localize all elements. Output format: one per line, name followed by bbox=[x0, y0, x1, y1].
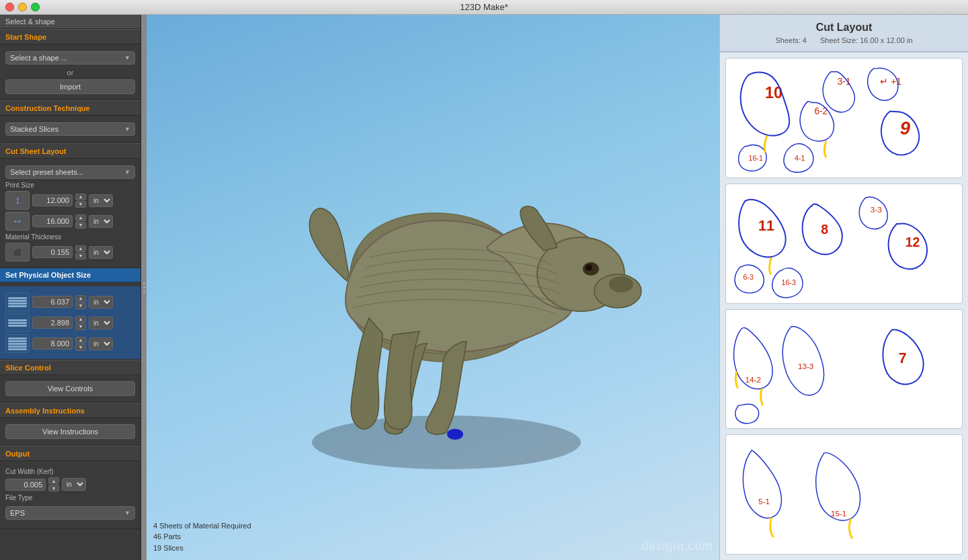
assembly-instructions-title: Assembly Instructions bbox=[0, 403, 140, 418]
svg-text:8: 8 bbox=[821, 221, 828, 236]
svg-text:4-1: 4-1 bbox=[795, 154, 805, 162]
sheet-card-4[interactable]: 5-1 15-1 bbox=[725, 434, 963, 555]
cut-width-down-btn[interactable]: ▼ bbox=[48, 485, 59, 491]
svg-text:3-3: 3-3 bbox=[871, 205, 882, 214]
close-button[interactable] bbox=[5, 3, 14, 11]
technique-dropdown[interactable]: Stacked Slices ▼ bbox=[5, 122, 135, 136]
dim2-input[interactable] bbox=[32, 317, 73, 329]
dim1-unit-select[interactable]: in cm bbox=[89, 296, 113, 309]
dim3-down-btn[interactable]: ▼ bbox=[75, 344, 86, 351]
svg-text:3-1: 3-1 bbox=[838, 77, 851, 87]
dim1-stepper[interactable]: ▲ ▼ bbox=[75, 295, 86, 309]
sidebar: Select & shape Start Shape Select a shap… bbox=[0, 15, 141, 560]
sheets-container[interactable]: 10 3-1 ↵ +1 6-2 9 16-1 4-1 bbox=[720, 52, 968, 560]
preset-dropdown-arrow-icon: ▼ bbox=[124, 169, 130, 175]
cut-width-unit-select[interactable]: in cm bbox=[62, 478, 86, 491]
slice-control-section: View Controls bbox=[0, 375, 140, 403]
svg-text:10: 10 bbox=[765, 84, 782, 102]
height-unit-select[interactable]: in cm bbox=[89, 194, 113, 207]
svg-point-12 bbox=[609, 276, 633, 292]
cut-width-label: Cut Width (Kerf) bbox=[5, 468, 135, 475]
select-shape-bar: Select & shape bbox=[0, 15, 140, 29]
svg-text:5-1: 5-1 bbox=[758, 497, 770, 506]
height-up-btn[interactable]: ▲ bbox=[75, 194, 86, 200]
physical-object-section: ▲ ▼ in cm ▲ bbox=[0, 286, 140, 360]
thickness-down-btn[interactable]: ▼ bbox=[75, 253, 86, 259]
maximize-button[interactable] bbox=[31, 3, 40, 11]
import-button[interactable]: Import bbox=[5, 79, 135, 94]
thickness-input-row: ⬛ ▲ ▼ in cm bbox=[5, 243, 135, 262]
3d-viewport[interactable]: 4 Sheets of Material Required 46 Parts 1… bbox=[147, 15, 719, 560]
height-down-btn[interactable]: ▼ bbox=[75, 201, 86, 208]
thickness-unit-select[interactable]: in cm bbox=[89, 246, 113, 259]
svg-text:11: 11 bbox=[758, 217, 774, 234]
svg-text:15-1: 15-1 bbox=[831, 509, 847, 518]
dim3-up-btn[interactable]: ▲ bbox=[75, 337, 86, 344]
sheet-svg-2: 11 8 3-3 12 6-3 16-3 bbox=[729, 187, 959, 301]
preset-sheets-dropdown[interactable]: Select preset sheets... ▼ bbox=[5, 165, 135, 179]
construction-technique-section: Stacked Slices ▼ bbox=[0, 116, 140, 143]
dim2-up-btn[interactable]: ▲ bbox=[75, 316, 86, 323]
dim3-stack-icon bbox=[5, 334, 30, 353]
dim1-down-btn[interactable]: ▼ bbox=[75, 303, 86, 309]
dim2-down-btn[interactable]: ▼ bbox=[75, 323, 86, 330]
thickness-stepper[interactable]: ▲ ▼ bbox=[75, 245, 86, 259]
window-controls[interactable] bbox=[5, 3, 40, 11]
cut-width-input-row: ▲ ▼ in cm bbox=[5, 477, 135, 491]
dropdown-arrow-icon: ▼ bbox=[124, 54, 130, 61]
thickness-input[interactable] bbox=[32, 246, 73, 258]
dog-3d-model bbox=[251, 93, 655, 483]
svg-text:12: 12 bbox=[905, 235, 920, 249]
sheet-card-2[interactable]: 11 8 3-3 12 6-3 16-3 bbox=[725, 184, 963, 304]
start-shape-title: Start Shape bbox=[0, 29, 140, 44]
resize-divider[interactable] bbox=[141, 15, 147, 560]
width-stepper[interactable]: ▲ ▼ bbox=[75, 214, 86, 229]
dim3-stepper[interactable]: ▲ ▼ bbox=[75, 337, 86, 351]
dim3-unit-select[interactable]: in cm bbox=[89, 337, 113, 350]
sheet-card-1[interactable]: 10 3-1 ↵ +1 6-2 9 16-1 4-1 bbox=[725, 58, 963, 178]
cut-layout-header: Cut Layout Sheets: 4 Sheet Size: 16.00 x… bbox=[720, 15, 968, 52]
width-icon: ↔ bbox=[5, 212, 30, 231]
cut-sheet-layout-section: Select preset sheets... ▼ Print Size ↕ ▲… bbox=[0, 159, 140, 268]
width-unit-select[interactable]: in cm bbox=[89, 215, 113, 228]
thickness-up-btn[interactable]: ▲ bbox=[75, 245, 86, 252]
dim2-input-row: ▲ ▼ in cm bbox=[5, 313, 135, 332]
start-shape-section: Select a shape ... ▼ or Import bbox=[0, 44, 140, 100]
dim1-stack-icon bbox=[5, 292, 30, 311]
parts-count-text: 46 Parts bbox=[153, 531, 251, 543]
construction-technique-title: Construction Technique bbox=[0, 100, 140, 116]
svg-text:14-2: 14-2 bbox=[745, 374, 762, 383]
or-label: or bbox=[5, 67, 135, 78]
dim1-up-btn[interactable]: ▲ bbox=[75, 295, 86, 302]
assembly-instructions-section: View Instructions bbox=[0, 418, 140, 446]
dim3-input[interactable] bbox=[32, 337, 73, 350]
file-type-dropdown[interactable]: EPS ▼ bbox=[5, 506, 135, 520]
cut-layout-info: Sheets: 4 Sheet Size: 16.00 x 12.00 in bbox=[731, 36, 957, 44]
titlebar: 123D Make* bbox=[0, 0, 968, 15]
cut-width-input[interactable] bbox=[5, 479, 46, 491]
minimize-button[interactable] bbox=[18, 3, 27, 11]
cut-width-stepper[interactable]: ▲ ▼ bbox=[48, 477, 59, 491]
height-input-row: ↕ ▲ ▼ in cm bbox=[5, 191, 135, 210]
shape-dropdown[interactable]: Select a shape ... ▼ bbox=[5, 51, 135, 65]
print-size-label: Print Size bbox=[5, 182, 135, 189]
app-title: 123D Make* bbox=[460, 2, 508, 12]
slice-control-title: Slice Control bbox=[0, 360, 140, 375]
cut-width-up-btn[interactable]: ▲ bbox=[48, 477, 59, 484]
width-input[interactable] bbox=[32, 215, 73, 227]
view-instructions-button[interactable]: View Instructions bbox=[5, 424, 135, 439]
sheet-size-label: Sheet Size: 16.00 x 12.00 in bbox=[820, 36, 913, 44]
width-up-btn[interactable]: ▲ bbox=[75, 214, 86, 221]
height-input[interactable] bbox=[32, 194, 73, 206]
dim2-unit-select[interactable]: in cm bbox=[89, 317, 113, 329]
width-down-btn[interactable]: ▼ bbox=[75, 222, 86, 229]
view-controls-button[interactable]: View Controls bbox=[5, 381, 135, 396]
file-type-row: EPS ▼ bbox=[5, 504, 135, 522]
svg-text:16-3: 16-3 bbox=[781, 278, 796, 286]
dim1-input[interactable] bbox=[32, 296, 73, 308]
svg-point-14 bbox=[586, 264, 592, 271]
svg-rect-35 bbox=[729, 438, 959, 551]
sheet-card-3[interactable]: 13-3 14-2 7 bbox=[725, 309, 963, 430]
dim2-stepper[interactable]: ▲ ▼ bbox=[75, 316, 86, 330]
height-stepper[interactable]: ▲ ▼ bbox=[75, 194, 86, 208]
